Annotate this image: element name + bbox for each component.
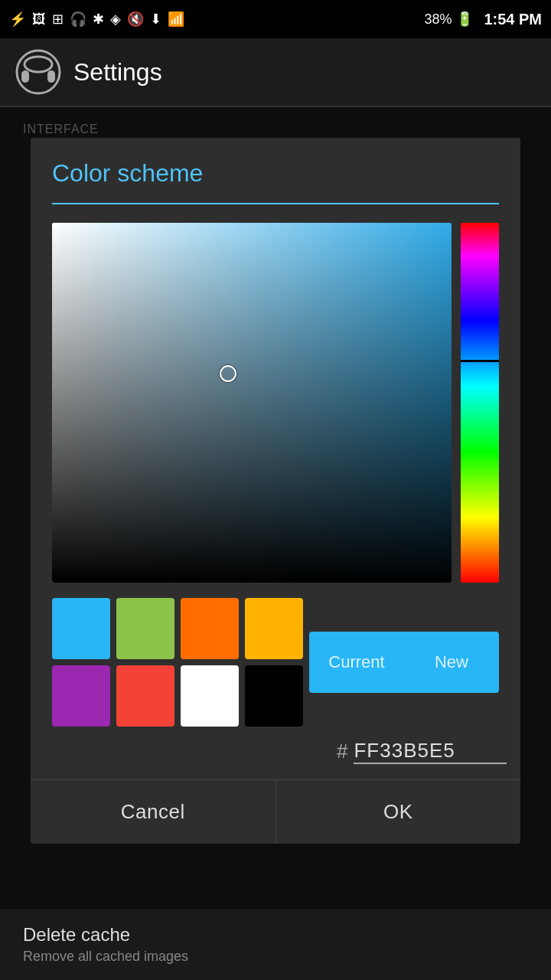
current-new-preview: Current New <box>309 632 499 693</box>
dialog-title-bar: Color scheme <box>31 138 520 204</box>
preset-white[interactable] <box>181 665 239 727</box>
ok-button[interactable]: OK <box>276 780 521 844</box>
signal-icon: 📶 <box>168 11 184 28</box>
equalizer-icon: ⊞ <box>52 11 64 28</box>
hex-input-row: # <box>31 733 520 779</box>
status-icons-left: ⚡ 🖼 ⊞ 🎧 ✱ ◈ 🔇 ⬇ 📶 <box>9 11 184 28</box>
hex-hash-symbol: # <box>337 740 347 763</box>
color-cursor[interactable] <box>220 365 236 382</box>
bottom-menu-area: Delete cache Remove all cached images <box>0 909 551 980</box>
headphone-icon: 🎧 <box>70 11 86 28</box>
usb-icon: ⚡ <box>9 11 26 28</box>
battery-percent: 38% <box>424 11 452 28</box>
hue-gradient[interactable] <box>461 223 499 583</box>
app-icon <box>15 49 61 95</box>
gradient-black-layer <box>52 223 452 583</box>
svg-rect-3 <box>47 70 55 83</box>
preset-purple[interactable] <box>52 665 110 727</box>
cancel-button[interactable]: Cancel <box>31 780 276 844</box>
svg-point-1 <box>24 57 52 72</box>
download-icon: ⬇ <box>150 11 161 28</box>
dialog-title: Color scheme <box>52 159 499 204</box>
app-title: Settings <box>73 58 162 87</box>
hex-color-input[interactable] <box>354 739 507 764</box>
preset-black[interactable] <box>245 665 303 727</box>
image-icon: 🖼 <box>32 11 46 28</box>
current-color-half: Current <box>309 632 404 693</box>
bluetooth-icon: ✱ <box>93 11 104 28</box>
preset-red[interactable] <box>116 665 174 727</box>
hue-slider[interactable] <box>461 223 499 583</box>
color-scheme-dialog: Color scheme <box>31 138 520 844</box>
mute-icon: 🔇 <box>127 11 144 28</box>
svg-rect-2 <box>21 70 29 83</box>
preset-green[interactable] <box>116 598 174 659</box>
app-bar: Settings <box>0 38 551 107</box>
current-label: Current <box>328 652 384 672</box>
preset-row-2 <box>52 665 303 727</box>
delete-cache-subtitle: Remove all cached images <box>23 949 528 965</box>
dialog-buttons: Cancel OK <box>31 779 520 844</box>
dialog-overlay: Color scheme <box>0 107 551 980</box>
color-gradient-box[interactable] <box>52 223 452 583</box>
preset-amber[interactable] <box>245 598 303 659</box>
preset-color-group <box>52 598 303 727</box>
colors-preview-row: Current New <box>31 598 520 727</box>
nfc-icon: ◈ <box>110 11 121 28</box>
battery-icon: 🔋 <box>456 11 473 28</box>
preset-cyan[interactable] <box>52 598 110 659</box>
status-time: 1:54 PM <box>484 11 542 28</box>
preset-row-1 <box>52 598 303 659</box>
new-label: New <box>435 652 468 672</box>
new-color-half: New <box>404 632 499 693</box>
preset-orange[interactable] <box>181 598 239 659</box>
status-right: 38% 🔋 1:54 PM <box>424 11 542 28</box>
status-bar: ⚡ 🖼 ⊞ 🎧 ✱ ◈ 🔇 ⬇ 📶 38% 🔋 1:54 PM <box>0 0 551 38</box>
delete-cache-title: Delete cache <box>23 924 528 946</box>
color-picker-area <box>31 204 520 595</box>
hue-indicator <box>461 360 499 362</box>
